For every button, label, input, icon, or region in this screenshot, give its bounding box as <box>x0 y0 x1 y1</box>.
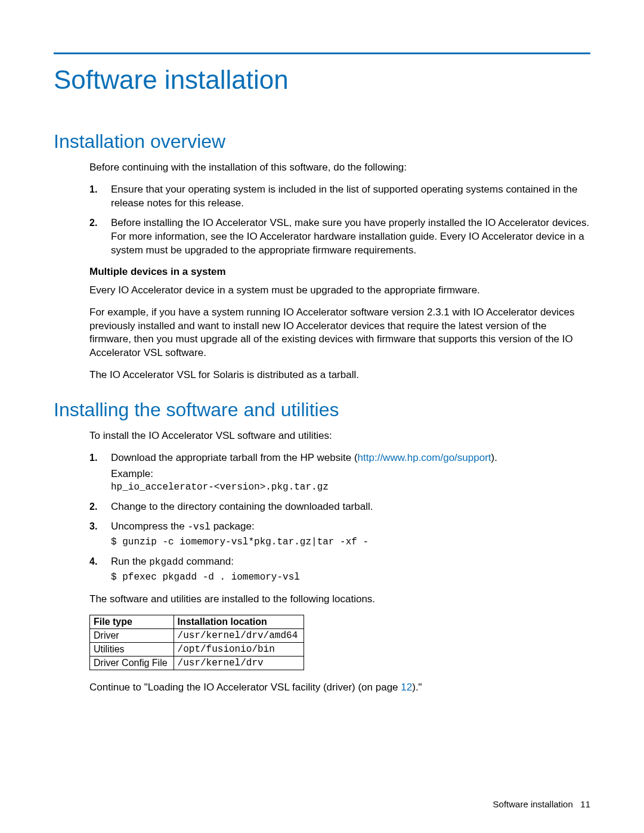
page-footer: Software installation 11 <box>493 799 590 809</box>
step-text: Before installing the IO Accelerator VSL… <box>111 217 589 256</box>
table-row: Driver /usr/kernel/drv/amd64 <box>90 628 304 642</box>
step-text-pre: Uncompress the <box>111 521 188 532</box>
cell-location: /usr/kernel/drv/amd64 <box>174 628 304 642</box>
multiple-devices-para3: The IO Accelerator VSL for Solaris is di… <box>89 368 590 382</box>
overview-steps: 1. Ensure that your operating system is … <box>89 183 590 258</box>
install-intro: To install the IO Accelerator VSL softwa… <box>89 429 590 443</box>
table-row: Utilities /opt/fusionio/bin <box>90 642 304 656</box>
page: Software installation Installation overv… <box>0 0 644 833</box>
install-step-4: 4. Run the pkgadd command: $ pfexec pkga… <box>89 555 590 584</box>
install-locations-table: File type Installation location Driver /… <box>89 615 304 670</box>
example-label: Example: <box>111 467 590 481</box>
cell-location: /usr/kernel/drv <box>174 656 304 670</box>
page-title: Software installation <box>54 65 590 95</box>
overview-intro: Before continuing with the installation … <box>89 161 590 175</box>
step-text-post: package: <box>210 521 255 532</box>
install-step-3: 3. Uncompress the -vsl package: $ gunzip… <box>89 520 590 549</box>
multiple-devices-heading: Multiple devices in a system <box>89 266 590 278</box>
install-locations-intro: The software and utilities are installed… <box>89 593 590 606</box>
overview-step-2: 2. Before installing the IO Accelerator … <box>89 216 590 258</box>
step-number: 1. <box>89 451 97 465</box>
continue-pre: Continue to "Loading the IO Accelerator … <box>89 682 401 693</box>
install-step-1: 1. Download the appropriate tarball from… <box>89 451 590 494</box>
cell-file-type: Driver <box>90 628 174 642</box>
step-number: 2. <box>89 216 97 230</box>
page-link[interactable]: 12 <box>401 682 412 693</box>
cell-location: /opt/fusionio/bin <box>174 642 304 656</box>
step-number: 2. <box>89 500 97 513</box>
step-number: 1. <box>89 183 97 196</box>
hp-support-link[interactable]: http://www.hp.com/go/support <box>358 452 491 463</box>
cell-file-type: Utilities <box>90 642 174 656</box>
step-text-pre: Run the <box>111 556 149 567</box>
table-row: Driver Config File /usr/kernel/drv <box>90 656 304 670</box>
step-text: Ensure that your operating system is inc… <box>111 184 577 209</box>
command-line: $ gunzip -c iomemory-vsl*pkg.tar.gz|tar … <box>111 536 590 549</box>
command-line: $ pfexec pkgadd -d . iomemory-vsl <box>111 571 590 584</box>
footer-page-number: 11 <box>580 799 590 809</box>
step-text-pre: Download the appropriate tarball from th… <box>111 452 358 463</box>
cell-file-type: Driver Config File <box>90 656 174 670</box>
step-number: 3. <box>89 520 97 533</box>
multiple-devices-para1: Every IO Accelerator device in a system … <box>89 284 590 298</box>
footer-label: Software installation <box>493 799 573 809</box>
continue-post: )." <box>412 682 422 693</box>
section-installation-overview-heading: Installation overview <box>54 131 590 153</box>
overview-step-1: 1. Ensure that your operating system is … <box>89 183 590 210</box>
step-text-post: command: <box>184 556 234 567</box>
col-install-location: Installation location <box>174 615 304 628</box>
install-steps: 1. Download the appropriate tarball from… <box>89 451 590 584</box>
inline-code: pkgadd <box>149 557 184 568</box>
step-text-post: ). <box>491 452 497 463</box>
section-installing-software-heading: Installing the software and utilities <box>54 399 590 421</box>
install-step-2: 2. Change to the directory containing th… <box>89 500 590 514</box>
multiple-devices-para2: For example, if you have a system runnin… <box>89 306 590 361</box>
step-text: Change to the directory containing the d… <box>111 501 373 512</box>
col-file-type: File type <box>90 615 174 628</box>
step-number: 4. <box>89 555 97 568</box>
example-block: Example: hp_io_accelerator-<version>.pkg… <box>111 467 590 494</box>
table-header-row: File type Installation location <box>90 615 304 628</box>
example-code: hp_io_accelerator-<version>.pkg.tar.gz <box>111 481 590 494</box>
top-rule <box>54 52 590 54</box>
inline-code: -vsl <box>188 522 210 532</box>
continue-text: Continue to "Loading the IO Accelerator … <box>89 681 590 695</box>
